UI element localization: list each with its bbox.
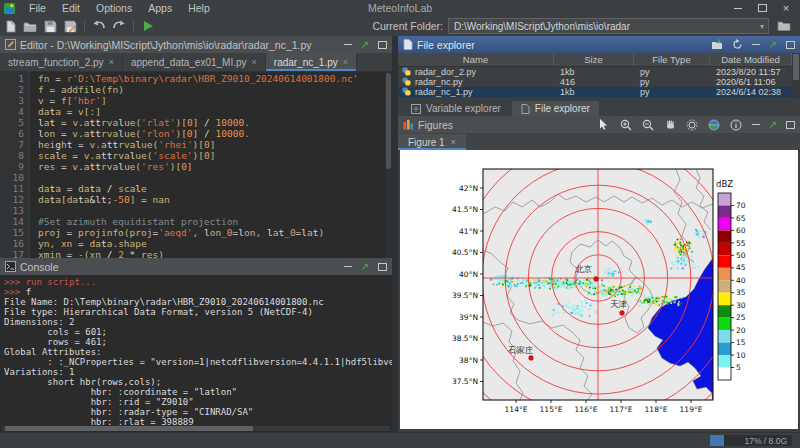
svg-text:39°N: 39°N <box>459 313 478 322</box>
save-as-button[interactable] <box>60 17 80 35</box>
tab-radar-nc-1[interactable]: radar_nc_1.py× <box>266 53 357 71</box>
open-folder-button[interactable] <box>20 17 40 35</box>
file-explorer-icon <box>403 39 413 50</box>
svg-text:石家庄: 石家庄 <box>508 345 534 355</box>
svg-text:40°N: 40°N <box>459 270 478 279</box>
console-output[interactable]: >>> run script...>>> fFile Name: D:\Temp… <box>0 275 392 425</box>
run-script-button[interactable] <box>138 17 158 35</box>
figures-float-icon[interactable]: ↗ <box>769 119 777 130</box>
editor-icon <box>5 39 16 50</box>
svg-text:5: 5 <box>736 363 741 372</box>
menu-file[interactable]: File <box>21 2 54 14</box>
editor-float-icon[interactable]: ↗ <box>361 39 369 50</box>
column-size[interactable]: Size <box>554 53 634 66</box>
tab-file-explorer[interactable]: File explorer <box>512 101 599 116</box>
editor-minimize-icon[interactable] <box>344 44 352 45</box>
memory-usage-widget[interactable]: 17% / 8.0G <box>710 435 792 446</box>
console-hscrollbar[interactable] <box>2 426 390 431</box>
zoom-out-icon[interactable] <box>642 118 655 131</box>
file-explorer-scrollbar[interactable] <box>792 53 800 99</box>
file-explorer-titlebar: File explorer ↗ <box>398 36 800 53</box>
menu-apps[interactable]: Apps <box>140 2 180 14</box>
app-logo-icon <box>4 3 15 14</box>
column-file-type[interactable]: File Type <box>634 53 710 66</box>
figure-tab-bar: Figure 1 × <box>398 133 800 151</box>
console-panel: Console ↗ >>> run script...>>> fFile Nam… <box>0 258 392 432</box>
svg-text:39.5°N: 39.5°N <box>452 291 478 300</box>
select-pointer-icon[interactable] <box>598 118 611 131</box>
table-row[interactable]: radar_dor_2.py1kbpy2023/8/20 11:57 <box>398 67 800 77</box>
close-tab-icon[interactable]: × <box>109 57 114 67</box>
save-button[interactable] <box>40 17 60 35</box>
status-bar: 17% / 8.0G <box>0 432 800 448</box>
code-editor[interactable]: 1234567891011121314151617 fn = r'D:\Temp… <box>0 71 385 258</box>
undo-button[interactable] <box>89 17 109 35</box>
file-explorer-float-icon[interactable]: ↗ <box>769 39 777 50</box>
full-extent-icon[interactable] <box>686 118 699 131</box>
figure-canvas[interactable]: 北京天津石家庄42°N41.5°N41°N40.5°N40°N39.5°N39°… <box>400 150 798 429</box>
svg-text:114°E: 114°E <box>505 405 528 414</box>
figures-minimize-icon[interactable] <box>752 124 760 125</box>
file-explorer-tab-icon <box>521 104 530 114</box>
meteoinfolab-window: File Edit Options Apps Help MeteoInfoLab… <box>0 0 800 448</box>
python-file-icon <box>402 87 411 98</box>
table-row[interactable]: radar_nc.py416py2020/6/1 11:06 <box>398 77 800 87</box>
console-titlebar: Console ↗ <box>0 258 392 275</box>
explorer-tab-bar: Variable explorer File explorer <box>398 99 800 117</box>
column-name[interactable]: Name <box>398 53 554 66</box>
console-float-icon[interactable]: ↗ <box>361 261 369 272</box>
file-explorer-title: File explorer <box>417 39 475 51</box>
editor-maximize-icon[interactable] <box>378 41 387 49</box>
editor-scrollbar[interactable] <box>385 71 392 258</box>
import-file-icon[interactable] <box>711 39 723 50</box>
tab-variable-explorer[interactable]: Variable explorer <box>402 101 510 116</box>
file-table-header[interactable]: Name Size File Type Date Modified <box>398 53 800 67</box>
file-explorer-panel: File explorer ↗ Name Size File Type Date… <box>398 36 800 99</box>
svg-text:119°E: 119°E <box>680 405 703 414</box>
table-row[interactable]: radar_nc_1.py1kbpy2024/6/14 02:38 <box>398 87 800 97</box>
close-tab-icon[interactable]: × <box>252 57 257 67</box>
code-text[interactable]: fn = r'D:\Temp\binary\radar\HBR_Z9010_20… <box>30 71 385 258</box>
figures-maximize-icon[interactable] <box>786 121 795 129</box>
pan-hand-icon[interactable] <box>664 118 677 131</box>
column-date-modified[interactable]: Date Modified <box>710 53 792 66</box>
info-icon[interactable] <box>730 118 743 131</box>
redo-button[interactable] <box>109 17 129 35</box>
current-folder-input[interactable] <box>448 18 769 34</box>
window-minimize-button[interactable] <box>726 0 750 16</box>
svg-text:41.5°N: 41.5°N <box>452 205 478 214</box>
tab-stream-function-2[interactable]: stream_function_2.py× <box>0 53 123 71</box>
svg-text:70: 70 <box>736 201 746 210</box>
svg-text:42°N: 42°N <box>459 184 478 193</box>
menu-options[interactable]: Options <box>88 2 140 14</box>
line-number-gutter: 1234567891011121314151617 <box>0 71 30 258</box>
file-explorer-minimize-icon[interactable] <box>752 44 760 45</box>
refresh-icon[interactable] <box>732 39 743 50</box>
window-close-button[interactable]: × <box>774 0 798 16</box>
svg-text:117°E: 117°E <box>610 405 633 414</box>
window-maximize-button[interactable] <box>750 0 774 16</box>
close-figure-icon[interactable]: × <box>451 137 456 147</box>
close-tab-icon[interactable]: × <box>343 57 348 67</box>
file-table-body: radar_dor_2.py1kbpy2023/8/20 11:57radar_… <box>398 67 800 97</box>
svg-text:北京: 北京 <box>575 264 593 274</box>
figures-title: Figures <box>418 119 453 131</box>
tab-append-data-ex01[interactable]: append_data_ex01_MI.py× <box>123 53 266 71</box>
new-file-button[interactable] <box>0 17 20 35</box>
globe-icon[interactable] <box>708 118 721 131</box>
menu-edit[interactable]: Edit <box>54 2 88 14</box>
menu-help[interactable]: Help <box>180 2 218 14</box>
browse-folder-button[interactable] <box>774 17 794 35</box>
svg-text:55: 55 <box>736 239 746 248</box>
current-folder-label: Current Folder: <box>372 20 443 32</box>
console-maximize-icon[interactable] <box>378 263 387 271</box>
zoom-in-icon[interactable] <box>620 118 633 131</box>
console-minimize-icon[interactable] <box>344 266 352 267</box>
tab-figure-1[interactable]: Figure 1 × <box>398 134 466 150</box>
svg-text:dBZ: dBZ <box>716 179 733 189</box>
memory-usage-fill <box>710 435 724 446</box>
svg-text:40.5°N: 40.5°N <box>452 248 478 257</box>
current-folder-dropdown-icon[interactable]: ▾ <box>755 18 769 34</box>
radar-map-figure: 北京天津石家庄42°N41.5°N41°N40.5°N40°N39.5°N39°… <box>400 150 798 429</box>
file-explorer-maximize-icon[interactable] <box>786 41 795 49</box>
